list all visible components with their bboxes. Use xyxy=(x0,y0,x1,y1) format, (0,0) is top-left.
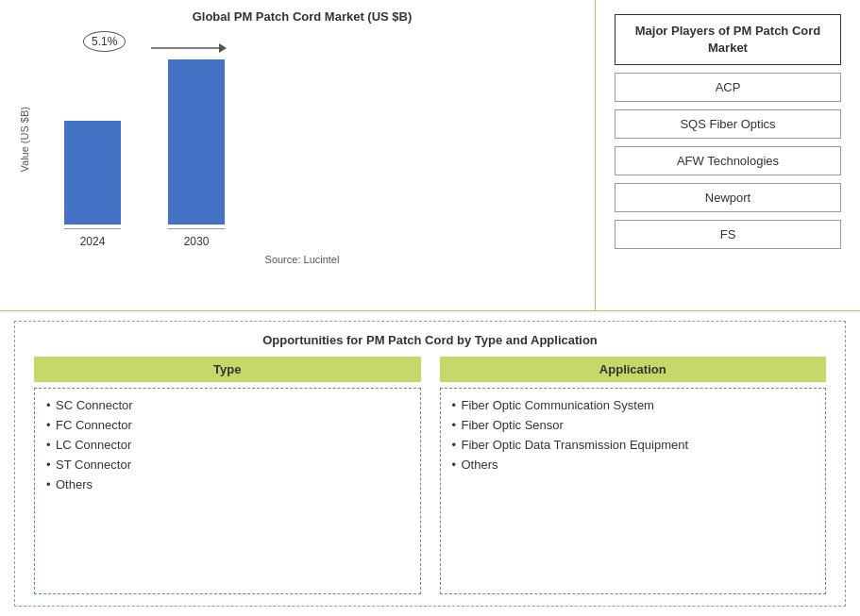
x-axis-line-2 xyxy=(168,228,225,229)
type-item-sc: SC Connector xyxy=(46,398,409,412)
application-list: Fiber Optic Communication System Fiber O… xyxy=(452,398,815,472)
chart-title: Global PM Patch Cord Market (US $B) xyxy=(19,9,585,24)
svg-marker-1 xyxy=(219,43,227,53)
bar-2024 xyxy=(64,121,121,225)
source-text: Source: Lucintel xyxy=(19,254,585,265)
annotation-arrow xyxy=(151,39,227,58)
chart-inner: 5.1% 2024 xyxy=(36,31,585,248)
player-item-newport: Newport xyxy=(615,183,841,212)
player-item-acp: ACP xyxy=(615,73,841,102)
main-container: Global PM Patch Cord Market (US $B) Valu… xyxy=(0,0,860,616)
application-body: Fiber Optic Communication System Fiber O… xyxy=(440,388,827,594)
bar-2030 xyxy=(168,59,225,225)
type-item-st: ST Connector xyxy=(46,458,409,472)
opp-columns: Type SC Connector FC Connector LC Connec… xyxy=(34,357,826,594)
type-item-lc: LC Connector xyxy=(46,438,409,452)
app-item-comm: Fiber Optic Communication System xyxy=(452,398,815,412)
players-title: Major Players of PM Patch Cord Market xyxy=(615,14,841,65)
player-item-sqs: SQS Fiber Optics xyxy=(615,109,841,139)
bars-container: 2024 2030 xyxy=(36,59,585,248)
x-axis-line xyxy=(64,228,121,229)
bar-group-2030: 2030 xyxy=(168,59,225,248)
players-area: Major Players of PM Patch Cord Market AC… xyxy=(596,0,860,310)
player-item-fs: FS xyxy=(615,220,841,249)
app-item-others: Others xyxy=(452,458,815,472)
app-item-data: Fiber Optic Data Transmission Equipment xyxy=(452,438,815,452)
player-item-afw: AFW Technologies xyxy=(615,146,841,175)
app-item-sensor: Fiber Optic Sensor xyxy=(452,418,815,432)
type-header: Type xyxy=(34,357,421,382)
bar-group-2024: 2024 xyxy=(64,121,121,248)
opportunities-title: Opportunities for PM Patch Cord by Type … xyxy=(34,333,826,347)
type-body: SC Connector FC Connector LC Connector S… xyxy=(34,388,421,594)
top-section: Global PM Patch Cord Market (US $B) Valu… xyxy=(0,0,860,311)
application-header: Application xyxy=(440,357,827,382)
y-axis-label: Value (US $B) xyxy=(19,107,30,173)
annotation-bubble: 5.1% xyxy=(83,31,126,52)
chart-area: Global PM Patch Cord Market (US $B) Valu… xyxy=(0,0,596,310)
type-list: SC Connector FC Connector LC Connector S… xyxy=(46,398,409,491)
type-item-fc: FC Connector xyxy=(46,418,409,432)
application-column: Application Fiber Optic Communication Sy… xyxy=(440,357,827,594)
type-column: Type SC Connector FC Connector LC Connec… xyxy=(34,357,421,594)
bottom-section: Opportunities for PM Patch Cord by Type … xyxy=(14,321,846,607)
bar-label-2030: 2030 xyxy=(184,235,210,248)
bar-label-2024: 2024 xyxy=(80,235,106,248)
type-item-others: Others xyxy=(46,477,409,491)
chart-wrapper: Value (US $B) 5.1% xyxy=(19,31,585,248)
